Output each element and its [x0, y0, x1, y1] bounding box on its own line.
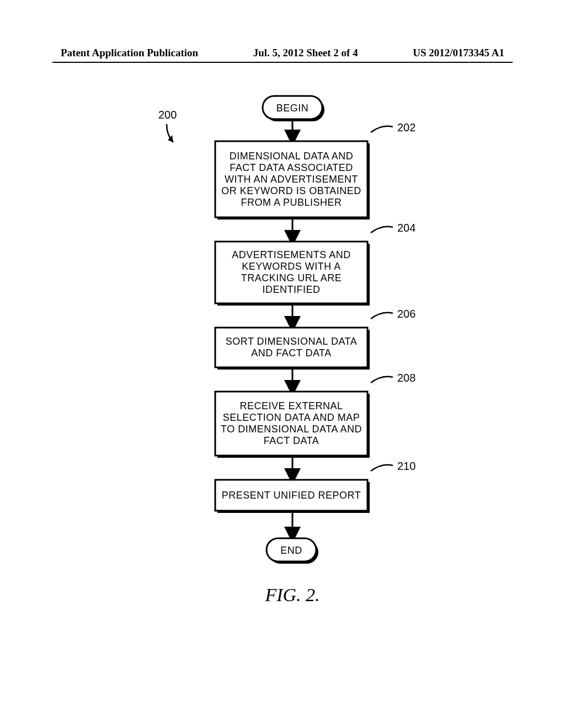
begin-node: BEGIN	[263, 96, 324, 121]
step-5-box: PRESENT UNIFIED REPORT	[215, 480, 370, 513]
step-5-text: PRESENT UNIFIED REPORT	[222, 490, 361, 501]
ref-204: 204	[397, 222, 415, 234]
end-label: END	[280, 545, 302, 556]
ref-206: 206	[397, 308, 415, 320]
figure-caption: FIG. 2.	[264, 585, 319, 605]
ref-210: 210	[397, 460, 415, 472]
page: Patent Application Publication Jul. 5, 2…	[0, 0, 565, 728]
step-1-box: DIMENSIONAL DATA AND FACT DATA ASSOCIATE…	[215, 141, 370, 220]
step-2-text: ADVERTISEMENTS AND KEYWORDS WITH A TRACK…	[217, 249, 365, 296]
flowchart: 200 BEGIN 202 DIMENSIONAL DATA AND FACT …	[0, 94, 565, 689]
step-1-text: DIMENSIONAL DATA AND FACT DATA ASSOCIATE…	[217, 151, 365, 208]
begin-label: BEGIN	[276, 103, 309, 114]
step-3-box: SORT DIMENSIONAL DATA AND FACT DATA	[215, 328, 370, 370]
ref-208: 208	[397, 372, 415, 384]
header-rule	[52, 62, 513, 63]
ref-202: 202	[397, 121, 415, 133]
header-left: Patent Application Publication	[61, 47, 198, 59]
page-header: Patent Application Publication Jul. 5, 2…	[0, 47, 565, 59]
step-4-text: RECEIVE EXTERNAL SELECTION DATA AND MAP …	[217, 400, 365, 447]
header-mid: Jul. 5, 2012 Sheet 2 of 4	[253, 47, 358, 59]
step-3-text: SORT DIMENSIONAL DATA AND FACT DATA	[217, 336, 365, 359]
header-right: US 2012/0173345 A1	[413, 47, 504, 59]
end-node: END	[266, 538, 318, 564]
diagram-ref-200: 200	[158, 109, 177, 121]
step-2-box: ADVERTISEMENTS AND KEYWORDS WITH A TRACK…	[215, 242, 370, 306]
step-4-box: RECEIVE EXTERNAL SELECTION DATA AND MAP …	[215, 392, 370, 458]
